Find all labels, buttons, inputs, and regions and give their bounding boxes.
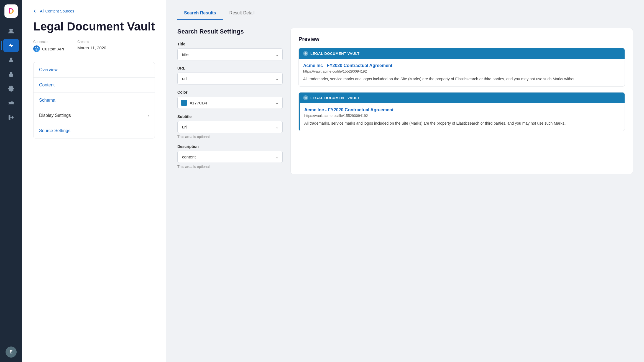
- form-group-url: URL url title content ⌄: [177, 66, 283, 84]
- preview-card-2-header: LEGAL DOCUMENT VAULT: [299, 93, 625, 103]
- description-select-wrapper: content url title ⌄: [177, 151, 283, 163]
- meta-row: Connector Custom API Created March 11, 2…: [33, 40, 155, 52]
- left-panel: All Content Sources Legal Document Vault…: [22, 0, 166, 362]
- preview-card-2-source-name: LEGAL DOCUMENT VAULT: [310, 96, 360, 100]
- nav-link-display-settings[interactable]: Display Settings ›: [34, 108, 155, 123]
- color-picker-button[interactable]: #177CB4: [177, 97, 283, 109]
- settings-panel-title: Search Result Settings: [177, 28, 283, 35]
- svg-point-2: [10, 58, 12, 60]
- sidebar: D: [0, 0, 22, 362]
- back-to-sources-link[interactable]: All Content Sources: [33, 9, 155, 13]
- color-select-wrapper: #177CB4 ⌄: [177, 97, 283, 109]
- connector-label: Connector: [33, 40, 64, 44]
- sidebar-item-integrations[interactable]: [3, 96, 19, 110]
- nav-label-source-settings: Source Settings: [39, 128, 70, 133]
- url-select[interactable]: url title content: [177, 73, 283, 84]
- connector-value-row: Custom API: [33, 45, 64, 52]
- connector-icon: [33, 45, 40, 52]
- description-optional-hint: This area is optional: [177, 165, 283, 169]
- color-swatch: [181, 100, 187, 106]
- form-group-subtitle: Subtitle url title content ⌄ This area i…: [177, 114, 283, 139]
- field-label-subtitle: Subtitle: [177, 114, 283, 119]
- title-select[interactable]: title url content: [177, 48, 283, 60]
- connector-value-text: Custom API: [42, 47, 64, 51]
- sidebar-item-settings[interactable]: [3, 82, 19, 95]
- app-logo[interactable]: D: [4, 4, 18, 18]
- form-group-color: Color #177CB4 ⌄: [177, 90, 283, 109]
- content-row: Search Result Settings Title title url c…: [177, 28, 633, 174]
- preview-card-1-header: LEGAL DOCUMENT VAULT: [299, 48, 625, 59]
- nav-link-source-settings[interactable]: Source Settings: [34, 123, 155, 138]
- logo-text: D: [8, 7, 14, 16]
- preview-card-1-desc: All trademarks, service marks and logos …: [303, 76, 620, 82]
- sidebar-item-security[interactable]: [3, 68, 19, 81]
- tab-search-results[interactable]: Search Results: [177, 7, 223, 20]
- nav-label-overview: Overview: [39, 67, 58, 72]
- preview-title: Preview: [298, 36, 625, 42]
- field-label-title: Title: [177, 42, 283, 46]
- back-link-text: All Content Sources: [40, 9, 74, 13]
- user-avatar[interactable]: E: [6, 346, 17, 358]
- preview-card-1-link[interactable]: Acme Inc - FY2020 Contractual Agreement: [303, 63, 620, 68]
- field-label-url: URL: [177, 66, 283, 70]
- form-group-title: Title title url content ⌄: [177, 42, 283, 60]
- svg-point-7: [35, 47, 38, 50]
- preview-card-2-desc: All trademarks, service marks and logos …: [304, 120, 620, 126]
- connector-meta: Connector Custom API: [33, 40, 64, 52]
- created-label: Created: [77, 40, 106, 44]
- field-label-color: Color: [177, 90, 283, 94]
- color-hex-value: #177CB4: [190, 101, 207, 105]
- subtitle-optional-hint: This area is optional: [177, 135, 283, 139]
- preview-card-1-source-icon: [303, 51, 308, 56]
- created-value: March 11, 2020: [77, 45, 106, 50]
- url-select-wrapper: url title content ⌄: [177, 73, 283, 84]
- left-nav-list: Overview Content Schema Display Settings…: [33, 62, 155, 138]
- tab-result-detail[interactable]: Result Detail: [223, 7, 261, 20]
- sidebar-item-logout[interactable]: [3, 111, 19, 124]
- preview-panel: Preview LEGAL DOCUMENT VAULT: [290, 28, 633, 174]
- sidebar-item-sources[interactable]: [3, 39, 19, 52]
- chevron-right-icon: ›: [148, 113, 149, 118]
- nav-link-content[interactable]: Content: [34, 78, 155, 93]
- preview-card-1-url: https://vault.acme.co/file/155290094192: [303, 69, 620, 73]
- nav-item-overview[interactable]: Overview: [34, 62, 155, 78]
- preview-card-1-source-name: LEGAL DOCUMENT VAULT: [310, 52, 360, 56]
- right-panel: Search Results Result Detail Search Resu…: [166, 0, 644, 362]
- sidebar-item-users[interactable]: [3, 53, 19, 66]
- svg-point-1: [11, 29, 13, 31]
- preview-card-2: LEGAL DOCUMENT VAULT Acme Inc - FY2020 C…: [298, 92, 625, 131]
- description-select[interactable]: content url title: [177, 151, 283, 163]
- sidebar-item-analytics[interactable]: [3, 24, 19, 38]
- preview-card-1: LEGAL DOCUMENT VAULT Acme Inc - FY2020 C…: [298, 48, 625, 87]
- nav-item-source-settings[interactable]: Source Settings: [34, 123, 155, 138]
- nav-item-schema[interactable]: Schema: [34, 93, 155, 108]
- back-arrow-icon: [33, 9, 38, 13]
- preview-card-2-source-icon: [303, 95, 308, 100]
- subtitle-select-wrapper: url title content ⌄: [177, 121, 283, 133]
- nav-link-schema[interactable]: Schema: [34, 93, 155, 108]
- form-group-description: Description content url title ⌄ This are…: [177, 144, 283, 169]
- preview-card-2-url: https://vault.acme.co/file/155290094192: [304, 114, 620, 118]
- title-select-wrapper: title url content ⌄: [177, 48, 283, 60]
- nav-label-display-settings: Display Settings: [39, 113, 71, 118]
- nav-label-content: Content: [39, 83, 55, 88]
- preview-card-2-link[interactable]: Acme Inc - FY2020 Contractual Agreement: [304, 107, 620, 112]
- nav-label-schema: Schema: [39, 98, 55, 103]
- main-content: All Content Sources Legal Document Vault…: [22, 0, 644, 362]
- preview-card-1-body: Acme Inc - FY2020 Contractual Agreement …: [299, 59, 625, 86]
- preview-card-2-body: Acme Inc - FY2020 Contractual Agreement …: [299, 103, 625, 131]
- nav-link-overview[interactable]: Overview: [34, 62, 155, 77]
- svg-rect-3: [9, 74, 13, 76]
- nav-item-content[interactable]: Content: [34, 78, 155, 93]
- nav-item-display-settings[interactable]: Display Settings ›: [34, 108, 155, 123]
- field-label-description: Description: [177, 144, 283, 149]
- svg-point-0: [10, 29, 11, 31]
- settings-panel: Search Result Settings Title title url c…: [177, 28, 283, 174]
- sidebar-nav: [0, 24, 22, 344]
- created-meta: Created March 11, 2020: [77, 40, 106, 52]
- subtitle-select[interactable]: url title content: [177, 121, 283, 133]
- page-title: Legal Document Vault: [33, 20, 155, 33]
- tab-bar: Search Results Result Detail: [177, 7, 633, 20]
